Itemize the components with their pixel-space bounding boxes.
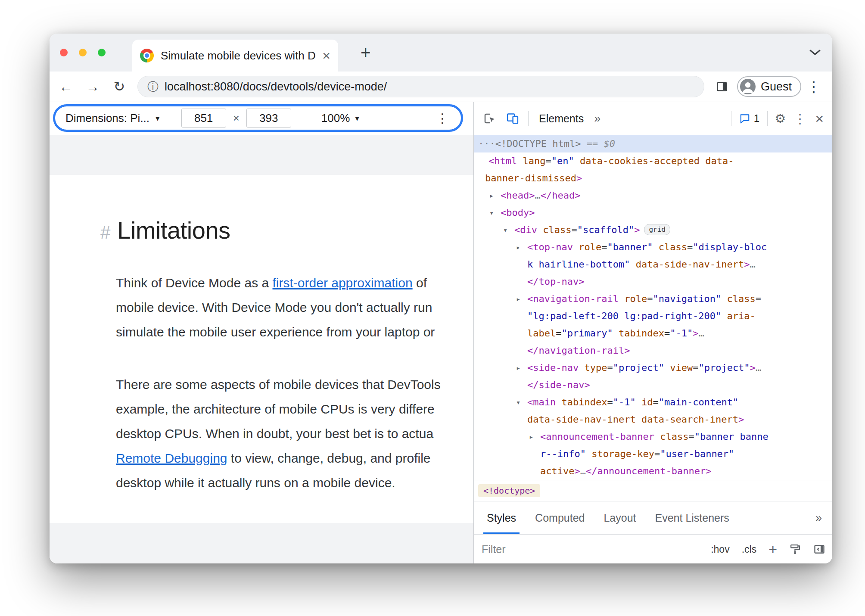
devtools-panel: Elements » 1 ⚙ ⋮ × ···<!DOCTYPE html> ==…	[473, 102, 832, 563]
more-tabs-chevron[interactable]: »	[809, 511, 829, 525]
tab-elements[interactable]: Elements	[534, 112, 589, 125]
attribute-token: aria-	[727, 311, 756, 321]
chrome-favicon-icon	[140, 49, 154, 62]
expand-arrow-icon[interactable]: ▸	[516, 290, 520, 308]
tab-computed[interactable]: Computed	[533, 501, 586, 534]
toggle-element-state-button[interactable]: :hov	[711, 544, 729, 555]
tag-token: >	[738, 414, 744, 425]
attribute-token: data-search-inert	[641, 414, 738, 425]
device-toolbar-toggle-icon[interactable]	[502, 108, 523, 129]
styles-filter-input[interactable]	[481, 543, 699, 556]
tab-layout[interactable]: Layout	[602, 501, 638, 534]
device-emulation-area: # Limitations Think of Device Mode as a …	[50, 135, 473, 563]
forward-button[interactable]: →	[82, 76, 103, 97]
devtools-menu-icon[interactable]: ⋮	[790, 111, 810, 126]
dimensions-multiply-sign: ×	[233, 112, 240, 125]
elements-tree-node[interactable]: "lg:pad-left-200 lg:pad-right-200" aria-	[474, 308, 832, 325]
zoom-select[interactable]: 100% ▾	[321, 112, 359, 125]
url-text[interactable]: localhost:8080/docs/devtools/device-mode…	[165, 80, 387, 93]
elements-tree-node[interactable]: ▾<body>	[474, 204, 832, 221]
elements-tree-node[interactable]: label="primary" tabindex="-1">…	[474, 325, 832, 342]
doc-text: desktop while it actually runs on a mobi…	[116, 476, 395, 490]
value-token: r--info"	[540, 448, 586, 459]
tag-token: >	[574, 466, 580, 476]
settings-gear-icon[interactable]: ⚙	[772, 111, 788, 126]
browser-tab[interactable]: Simulate mobile devices with D ×	[132, 40, 338, 72]
elements-tree-node[interactable]: ▾<main tabindex="-1" id="main-content"	[474, 394, 832, 411]
element-classes-button[interactable]: .cls	[742, 544, 757, 555]
attribute-token: tabindex	[561, 397, 607, 408]
elements-tree-node[interactable]: active>…</announcement-banner>	[474, 463, 832, 480]
elements-tree-node[interactable]: ▾<div class="scaffold">grid	[474, 221, 832, 239]
elements-tree-node[interactable]: ▸<side-nav type="project" view="project"…	[474, 359, 832, 376]
grid-adorner-badge[interactable]: grid	[644, 224, 670, 235]
window-content: Dimensions: Pi... ▾ × 100% ▾ ⋮	[50, 102, 832, 563]
device-height-input[interactable]	[246, 109, 291, 128]
elements-tree-node[interactable]: ▸<announcement-banner class="banner bann…	[474, 428, 832, 445]
doc-link[interactable]: first-order approximation	[273, 276, 413, 290]
text-token	[613, 328, 619, 339]
address-bar[interactable]: ⓘ localhost:8080/docs/devtools/device-mo…	[137, 76, 704, 97]
devtools-close-icon[interactable]: ×	[812, 111, 827, 126]
tag-token: </side-nav>	[527, 380, 590, 390]
attribute-token: data-side-nav-inert	[527, 414, 636, 425]
elements-tree-node[interactable]: data-side-nav-inert data-search-inert>	[474, 411, 832, 428]
expand-arrow-icon[interactable]: ▸	[489, 187, 494, 204]
close-window-button[interactable]	[60, 49, 68, 56]
collapse-arrow-icon[interactable]: ▾	[503, 221, 507, 239]
tab-close-icon[interactable]: ×	[322, 49, 330, 62]
expand-arrow-icon[interactable]: ▸	[516, 239, 520, 256]
browser-toolbar: ← → ↻ ⓘ localhost:8080/docs/devtools/dev…	[50, 72, 832, 102]
device-toolbar: Dimensions: Pi... ▾ × 100% ▾ ⋮	[53, 104, 463, 132]
elements-tree-node[interactable]: </side-nav>	[474, 376, 832, 394]
elements-tree-node[interactable]: </navigation-rail>	[474, 342, 832, 359]
text-token	[654, 431, 660, 442]
text-token	[574, 156, 580, 166]
profile-button[interactable]: Guest	[737, 76, 801, 97]
elements-tree-node[interactable]: ▸<head>…</head>	[474, 187, 832, 204]
reload-button[interactable]: ↻	[109, 76, 130, 97]
elements-tree-node[interactable]: banner-dismissed>	[474, 170, 832, 187]
issues-counter[interactable]: 1	[736, 112, 763, 124]
tab-event-listeners[interactable]: Event Listeners	[653, 501, 731, 534]
expand-arrow-icon[interactable]: ▸	[529, 428, 533, 445]
expand-arrow-icon[interactable]: ▸	[516, 359, 520, 376]
back-button[interactable]: ←	[56, 76, 76, 97]
attribute-token: type	[584, 362, 607, 373]
paint-roller-icon[interactable]	[789, 543, 801, 555]
fullscreen-window-button[interactable]	[98, 49, 106, 56]
more-panels-chevron[interactable]: »	[591, 112, 603, 125]
inspect-element-icon[interactable]	[479, 108, 500, 129]
attribute-token: data-	[705, 156, 734, 166]
collapse-arrow-icon[interactable]: ▾	[489, 204, 494, 221]
attribute-token: class	[727, 293, 756, 304]
browser-menu-icon[interactable]: ⋮	[801, 78, 826, 95]
device-type-select[interactable]: Dimensions: Pi... ▾	[65, 112, 160, 125]
toggle-sidebar-icon[interactable]	[813, 543, 825, 555]
new-tab-button[interactable]: +	[356, 34, 375, 72]
device-width-input[interactable]	[181, 109, 226, 128]
side-panel-icon[interactable]	[711, 76, 733, 97]
elements-tree-node[interactable]: <html lang="en" data-cookies-accepted da…	[474, 152, 832, 170]
minimize-window-button[interactable]	[79, 49, 87, 56]
device-toolbar-menu-icon[interactable]: ⋮	[436, 111, 451, 126]
value-token: "navigation"	[653, 293, 721, 304]
doc-link[interactable]: Remote Debugging	[116, 451, 227, 465]
new-style-rule-button[interactable]: +	[769, 541, 777, 558]
attribute-token: id	[641, 397, 653, 408]
elements-tree-node[interactable]: ▸<top-nav role="banner" class="display-b…	[474, 239, 832, 256]
elements-tree-node[interactable]: ···<!DOCTYPE html> == $0	[474, 135, 832, 152]
collapse-arrow-icon[interactable]: ▾	[516, 394, 520, 411]
elements-tree-node[interactable]: k hairline-bottom" data-side-nav-inert>…	[474, 256, 832, 273]
tab-search-chevron-icon[interactable]	[809, 34, 821, 72]
selected-marker: == $0	[581, 138, 615, 149]
elements-tree-node[interactable]: </top-nav>	[474, 273, 832, 290]
heading-anchor-hash[interactable]: #	[100, 222, 110, 243]
site-info-icon[interactable]: ⓘ	[147, 79, 159, 94]
elements-tree-node[interactable]: ▸<navigation-rail role="navigation" clas…	[474, 290, 832, 308]
tab-styles[interactable]: Styles	[485, 501, 518, 534]
breadcrumb-doctype[interactable]: <!doctype>	[478, 484, 540, 497]
elements-tree-node[interactable]: r--info" storage-key="user-banner"	[474, 445, 832, 463]
text-token: =	[664, 328, 670, 339]
tag-token: </navigation-rail>	[527, 345, 630, 356]
